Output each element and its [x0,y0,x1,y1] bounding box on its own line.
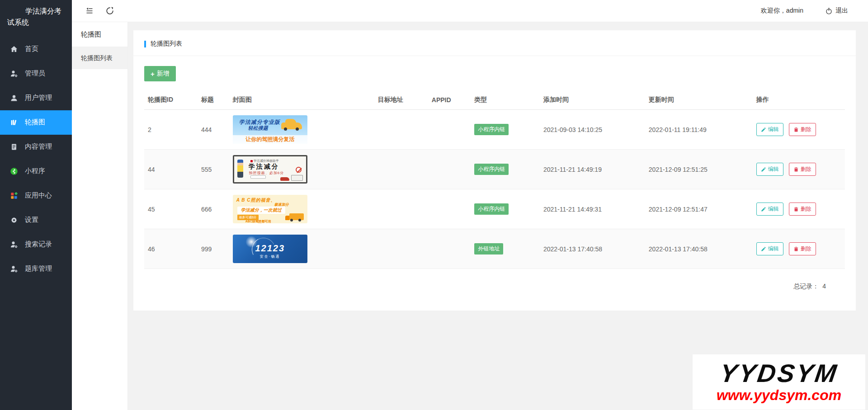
column-header: 标题 [198,90,229,110]
sidebar-item[interactable]: 首页 [0,37,72,61]
cover-image-12123: 12123 安全·畅通 [233,235,307,263]
page-title: 轮播图列表 [151,40,182,48]
delete-button[interactable]: 删除 [789,242,816,255]
type-cell: 小程序内链 [471,189,540,229]
type-badge: 小程序内链 [474,124,509,135]
sidebar-nav: 首页 管理员 用户管理 轮播图 内容管理 [0,37,72,281]
user-gear-icon [10,70,18,78]
watermark: YYDSYM www.yydsym.com [693,354,865,410]
add-button[interactable]: + 新增 [144,66,176,81]
type-badge: 小程序内链 [474,203,509,215]
actions-cell: 编辑 删除 [753,229,845,269]
pencil-icon [761,167,766,172]
edit-button[interactable]: 编辑 [756,242,783,255]
main-content: 轮播图列表 + 新增 轮播图ID标题封面图目标地址APPID类型添加时间更新时间… [128,22,868,410]
updated-time-cell: 2022-01-13 17:40:58 [645,229,753,269]
car-graphic [281,123,302,129]
submenu-panel: 轮播图 轮播图列表 [72,22,128,410]
table-row: 45 666 A B C照的福音、 极速加分 学法减分，一次就过 最多可减6分 [144,189,845,229]
pencil-icon [761,246,766,252]
type-badge: 小程序内链 [474,164,509,175]
card-body: + 新增 轮播图ID标题封面图目标地址APPID类型添加时间更新时间操作 [133,56,856,304]
column-header: 添加时间 [540,90,645,110]
edit-button[interactable]: 编辑 [756,123,783,136]
appid-cell [428,150,471,189]
target-url-cell [374,229,428,269]
title-cell: 444 [198,110,229,150]
doc-icon [10,143,18,151]
target-url-cell [374,189,428,229]
target-url-cell [374,150,428,189]
traffic-officer-graphic [237,160,243,178]
sidebar-item-label: 小程序 [25,167,45,175]
sidebar-item[interactable]: 用户管理 [0,86,72,110]
sidebar-item[interactable]: 轮播图 [0,110,72,135]
collapse-menu-icon[interactable] [85,6,94,15]
watermark-title: YYDSYM [718,361,840,386]
vehicles-graphic [266,176,304,181]
appid-cell [428,189,471,229]
sidebar-item-label: 设置 [25,216,38,224]
no-sign-graphic [296,167,302,173]
submenu-title: 轮播图 [72,22,127,47]
sidebar-item-label: 应用中心 [25,191,52,200]
column-header: 目标地址 [374,90,428,110]
type-cell: 小程序内链 [471,110,540,150]
miniprogram-icon [10,167,18,175]
sidebar-item[interactable]: 应用中心 [0,184,72,208]
trash-icon [793,127,799,132]
sidebar-item[interactable]: 管理员 [0,61,72,86]
updated-time-cell: 2021-12-09 12:51:47 [645,189,753,229]
edit-button[interactable]: 编辑 [756,203,783,216]
column-header: 更新时间 [645,90,753,110]
title-cell: 666 [198,189,229,229]
delete-button[interactable]: 删除 [789,203,816,216]
accent-bar [144,41,146,47]
mini-button-graphic [250,175,266,179]
carousel-id-cell: 45 [144,189,198,229]
carousel-table: 轮播图ID标题封面图目标地址APPID类型添加时间更新时间操作 2 444 学法… [144,90,845,269]
cover-cell: 学法减分专业版 轻松搜题 让你的驾照满分复活 [229,110,374,150]
sidebar-item-label: 轮播图 [25,118,45,127]
column-header: 类型 [471,90,540,110]
sidebar-item[interactable]: 设置 [0,208,72,232]
logout-label: 退出 [835,7,848,15]
topbar: 欢迎你，admin 退出 [72,0,868,22]
updated-time-cell: 2022-01-11 19:11:49 [645,110,753,150]
target-url-cell [374,110,428,150]
pencil-icon [761,207,766,212]
refresh-icon[interactable] [105,6,114,15]
delete-button[interactable]: 删除 [789,123,816,136]
cover-cell: A B C照的福音、 极速加分 学法减分，一次就过 最多可减6分 ABC级驾照都… [229,189,374,229]
column-header: 轮播图ID [144,90,198,110]
submenu-item[interactable]: 轮播图列表 [72,47,127,69]
column-header: 封面图 [229,90,374,110]
sidebar-item[interactable]: 内容管理 [0,135,72,159]
type-badge: 外链地址 [474,243,503,254]
created-time-cell: 2021-11-21 14:49:19 [540,150,645,189]
pencil-icon [761,127,766,132]
delete-button[interactable]: 删除 [789,163,816,176]
plus-icon: + [151,71,155,77]
cover-image-abc-ad: A B C照的福音、 极速加分 学法减分，一次就过 最多可减6分 ABC级驾照都… [233,195,307,223]
card-header: 轮播图列表 [133,30,856,56]
total-value: 4 [822,283,826,291]
appid-cell [428,229,471,269]
gear-icon [10,216,18,224]
total-records: 总记录： 4 [144,269,845,291]
actions-cell: 编辑 删除 [753,150,845,189]
carousel-id-cell: 46 [144,229,198,269]
sidebar-item[interactable]: 小程序 [0,159,72,184]
title-cell: 999 [198,229,229,269]
trash-icon [793,167,799,172]
column-header: 操作 [753,90,845,110]
cover-cell: 12123 安全·畅通 [229,229,374,269]
actions-cell: 编辑 删除 [753,189,845,229]
edit-button[interactable]: 编辑 [756,163,783,176]
sidebar-item[interactable]: 搜索记录 [0,232,72,257]
logout-button[interactable]: 退出 [825,7,848,15]
sidebar-item-label: 首页 [25,45,38,53]
sidebar-item[interactable]: 题库管理 [0,257,72,281]
carousel-id-cell: 44 [144,150,198,189]
table-row: 46 999 12123 安全·畅通 [144,229,845,269]
